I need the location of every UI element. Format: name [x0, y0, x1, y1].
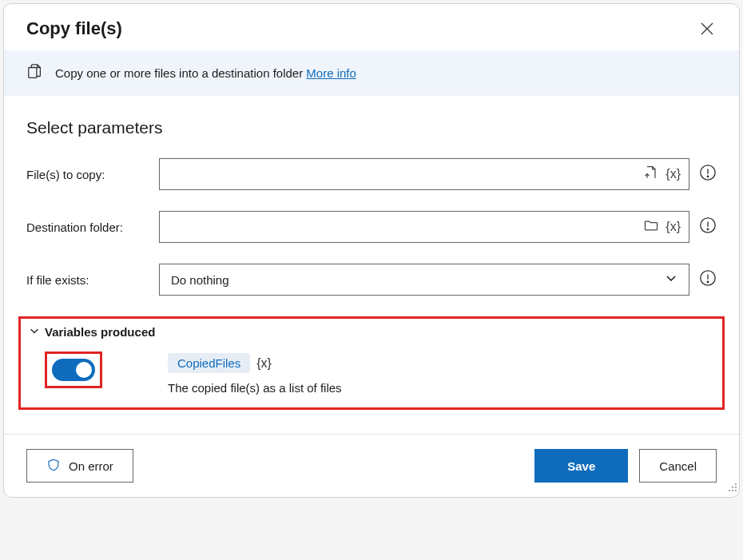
- variable-picker-icon[interactable]: {x}: [666, 220, 681, 234]
- toggle-knob: [76, 362, 92, 378]
- chevron-down-icon: [665, 272, 677, 288]
- variable-details: CopiedFiles {x} The copied file(s) as a …: [168, 351, 714, 395]
- save-button[interactable]: Save: [534, 449, 628, 483]
- destination-folder-input-box: {x}: [159, 211, 689, 243]
- svg-point-10: [735, 483, 737, 485]
- svg-point-12: [735, 487, 737, 488]
- svg-point-15: [735, 490, 737, 491]
- variable-brace-icon: {x}: [256, 356, 272, 371]
- files-to-copy-row: File(s) to copy: {x}: [26, 158, 717, 190]
- svg-point-14: [732, 490, 733, 491]
- svg-rect-0: [29, 68, 37, 78]
- files-to-copy-input[interactable]: [168, 168, 637, 181]
- help-icon[interactable]: [699, 269, 717, 290]
- file-picker-icon[interactable]: [643, 165, 659, 184]
- info-banner: Copy one or more files into a destinatio…: [4, 50, 739, 96]
- svg-point-13: [729, 490, 730, 491]
- dialog-header: Copy file(s): [4, 4, 739, 50]
- chevron-down-icon: [29, 325, 40, 339]
- svg-point-3: [707, 176, 708, 177]
- svg-point-11: [732, 487, 733, 488]
- if-file-exists-label: If file exists:: [26, 273, 146, 287]
- destination-folder-label: Destination folder:: [26, 220, 146, 234]
- destination-folder-row: Destination folder: {x}: [26, 211, 717, 243]
- dialog-content: Select parameters File(s) to copy: {x}: [4, 96, 739, 418]
- dialog-title: Copy file(s): [26, 18, 122, 39]
- if-file-exists-select[interactable]: Do nothing: [159, 264, 689, 296]
- files-to-copy-label: File(s) to copy:: [26, 168, 146, 181]
- folder-picker-icon[interactable]: [643, 217, 659, 236]
- banner-text: Copy one or more files into a destinatio…: [55, 66, 356, 80]
- dialog-footer: On error Save Cancel: [4, 434, 739, 497]
- variables-produced-section: Variables produced CopiedFiles {x} The c…: [18, 316, 725, 410]
- variable-enabled-toggle[interactable]: [52, 359, 95, 381]
- toggle-highlight: [45, 351, 102, 388]
- section-title: Select parameters: [26, 118, 717, 137]
- if-file-exists-value: Do nothing: [171, 273, 229, 287]
- shield-icon: [46, 458, 61, 475]
- on-error-button[interactable]: On error: [26, 449, 133, 483]
- close-button[interactable]: [697, 19, 717, 38]
- help-icon[interactable]: [699, 164, 717, 185]
- files-to-copy-input-box: {x}: [159, 158, 689, 190]
- svg-point-9: [707, 281, 708, 282]
- cancel-button[interactable]: Cancel: [639, 449, 717, 483]
- copy-files-icon: [26, 63, 44, 83]
- variable-picker-icon[interactable]: {x}: [666, 167, 681, 181]
- variable-description: The copied file(s) as a list of files: [168, 381, 714, 395]
- variables-produced-header[interactable]: Variables produced: [29, 325, 714, 339]
- help-icon[interactable]: [699, 216, 717, 237]
- close-icon: [701, 22, 713, 35]
- svg-point-6: [707, 228, 708, 229]
- if-file-exists-row: If file exists: Do nothing: [26, 264, 717, 296]
- variable-name-badge[interactable]: CopiedFiles: [168, 353, 250, 373]
- more-info-link[interactable]: More info: [306, 66, 356, 80]
- resize-handle-icon[interactable]: [728, 481, 737, 495]
- copy-files-dialog: Copy file(s) Copy one or more files into…: [3, 3, 740, 498]
- destination-folder-input[interactable]: [168, 220, 637, 234]
